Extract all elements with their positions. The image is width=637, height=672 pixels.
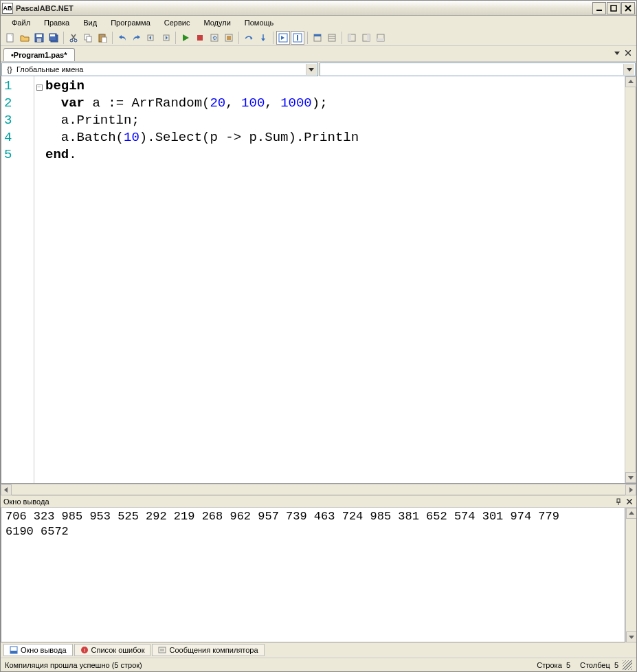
- scroll-up-icon[interactable]: [625, 76, 636, 87]
- svg-rect-58: [617, 499, 620, 502]
- new-file-icon[interactable]: [3, 31, 17, 45]
- resize-grip-icon[interactable]: [623, 660, 632, 670]
- scope-member-dropdown[interactable]: [320, 63, 636, 76]
- dropdown-arrow-icon[interactable]: [623, 64, 634, 75]
- scope-bar: {} Глобальные имена: [1, 61, 636, 76]
- window4-icon[interactable]: [359, 31, 373, 45]
- svg-rect-19: [100, 34, 104, 35]
- menu-modules[interactable]: Модули: [197, 17, 237, 28]
- svg-text:!: !: [83, 647, 85, 653]
- svg-marker-35: [281, 36, 284, 40]
- svg-marker-54: [628, 80, 634, 83]
- run-icon[interactable]: [179, 31, 192, 45]
- keyword: var: [61, 96, 85, 111]
- fold-toggle-icon[interactable]: −: [36, 85, 43, 91]
- panel1-icon[interactable]: [276, 31, 290, 45]
- status-column: Столбец 5: [580, 661, 618, 669]
- editor-vertical-scrollbar[interactable]: [625, 76, 636, 483]
- braces-icon: {}: [5, 65, 14, 74]
- window2-icon[interactable]: [325, 31, 339, 45]
- window3-icon[interactable]: [345, 31, 359, 45]
- menu-program[interactable]: Программа: [104, 17, 157, 28]
- tabstrip: •Program1.pas*: [1, 46, 636, 61]
- window-buttons: [592, 2, 635, 14]
- maximize-button[interactable]: [607, 2, 621, 14]
- svg-rect-30: [227, 36, 231, 40]
- paste-icon[interactable]: [96, 31, 109, 45]
- window5-icon[interactable]: [374, 31, 388, 45]
- redo-icon[interactable]: [130, 31, 144, 45]
- number-literal: 1000: [280, 96, 312, 111]
- tab-messages[interactable]: Сообщения компилятора: [152, 644, 264, 656]
- output-panel-header: Окно вывода: [1, 495, 636, 508]
- svg-marker-53: [627, 68, 632, 71]
- errors-tab-icon: !: [80, 646, 89, 654]
- panel2-icon[interactable]: [291, 31, 304, 45]
- code-editor[interactable]: 1 2 3 4 5 − begin var a := ArrRandom(20,…: [1, 76, 636, 484]
- messages-tab-icon: [158, 646, 166, 654]
- scroll-up-icon[interactable]: [626, 508, 637, 519]
- window1-icon[interactable]: [311, 31, 324, 45]
- toolbar: ⚙: [1, 30, 636, 46]
- output-text[interactable]: 706 323 985 953 525 292 219 268 962 957 …: [1, 508, 625, 642]
- tab-output-label: Окно вывода: [21, 646, 67, 654]
- menubar: Файл Правка Вид Программа Сервис Модули …: [1, 16, 636, 30]
- close-button[interactable]: [621, 2, 635, 14]
- step-into-icon[interactable]: [256, 31, 270, 45]
- menu-help[interactable]: Помощь: [238, 17, 281, 28]
- svg-rect-8: [37, 38, 41, 42]
- close-panel-icon[interactable]: [625, 497, 634, 506]
- output-tab-icon: [10, 646, 18, 654]
- scroll-right-icon[interactable]: [625, 484, 636, 495]
- tab-output[interactable]: Окно вывода: [3, 644, 73, 656]
- build-icon[interactable]: [222, 31, 236, 45]
- menu-service[interactable]: Сервис: [157, 17, 197, 28]
- open-file-icon[interactable]: [18, 31, 32, 45]
- svg-rect-44: [348, 34, 351, 41]
- menu-edit[interactable]: Правка: [37, 17, 76, 28]
- svg-marker-52: [309, 68, 314, 71]
- svg-rect-39: [314, 34, 321, 36]
- line-number: 1: [4, 78, 34, 95]
- step-over-icon[interactable]: [242, 31, 256, 45]
- tab-errors[interactable]: ! Список ошибок: [74, 644, 151, 656]
- output-panel-title: Окно вывода: [3, 497, 49, 506]
- scope-global-dropdown[interactable]: {} Глобальные имена: [1, 63, 318, 76]
- line-number: 3: [4, 112, 34, 129]
- dropdown-arrow-icon[interactable]: [306, 64, 317, 75]
- svg-rect-7: [36, 34, 42, 37]
- pin-icon[interactable]: [614, 497, 623, 506]
- svg-rect-26: [197, 35, 203, 41]
- bottom-tabs: Окно вывода ! Список ошибок Сообщения ко…: [1, 642, 636, 658]
- nav-forward-icon[interactable]: [159, 31, 172, 45]
- minimize-button[interactable]: [592, 2, 606, 14]
- status-line: Строка 5: [537, 661, 570, 669]
- save-icon[interactable]: [32, 31, 46, 45]
- copy-icon[interactable]: [81, 31, 95, 45]
- keyword: begin: [45, 78, 85, 93]
- svg-marker-64: [629, 636, 634, 639]
- svg-rect-66: [10, 651, 17, 653]
- save-all-icon[interactable]: [47, 31, 60, 45]
- statusbar: Компиляция прошла успешно (5 строк) Стро…: [1, 658, 636, 671]
- window-title: PascalABC.NET: [16, 4, 592, 12]
- undo-icon[interactable]: [115, 31, 129, 45]
- tab-dropdown-icon[interactable]: [613, 49, 621, 57]
- svg-point-15: [74, 39, 77, 42]
- scroll-left-icon[interactable]: [1, 484, 12, 495]
- stop-icon[interactable]: [193, 31, 207, 45]
- svg-marker-25: [183, 34, 189, 41]
- scroll-down-icon[interactable]: [626, 631, 637, 642]
- code-content[interactable]: begin var a := ArrRandom(20, 100, 1000);…: [44, 76, 625, 483]
- nav-back-icon[interactable]: [144, 31, 158, 45]
- menu-file[interactable]: Файл: [5, 17, 37, 28]
- output-vertical-scrollbar[interactable]: [625, 508, 636, 642]
- scroll-down-icon[interactable]: [625, 472, 636, 483]
- menu-view[interactable]: Вид: [76, 17, 104, 28]
- file-tab[interactable]: •Program1.pas*: [3, 48, 75, 61]
- tab-close-icon[interactable]: [624, 49, 632, 57]
- editor-horizontal-scrollbar[interactable]: [1, 484, 636, 495]
- compile-icon[interactable]: ⚙: [208, 31, 221, 45]
- svg-point-14: [70, 39, 73, 42]
- cut-icon[interactable]: [67, 31, 80, 45]
